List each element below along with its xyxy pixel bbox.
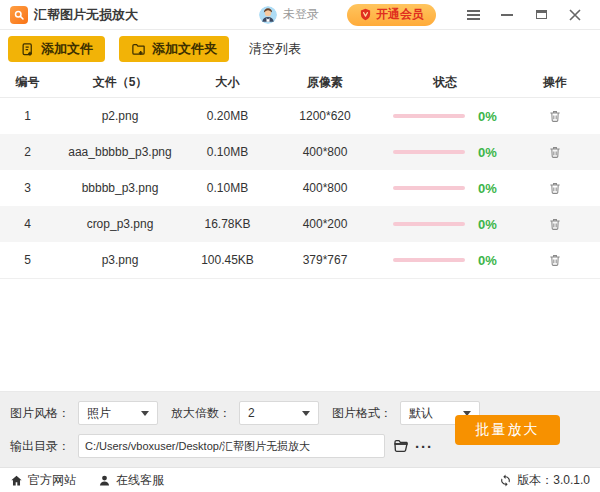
open-folder-icon[interactable] <box>393 438 409 454</box>
login-status[interactable]: 未登录 <box>259 6 319 24</box>
table-row: 2 aaa_bbbbb_p3.png 0.10MB 400*800 0% <box>0 134 600 170</box>
table-header-row: 编号 文件（5） 大小 原像素 状态 操作 <box>0 68 600 98</box>
delete-row-button[interactable] <box>546 107 564 125</box>
progress-bar <box>393 150 465 154</box>
toolbar: 添加文件 添加文件夹 清空列表 <box>0 30 600 68</box>
row-filename: p3.png <box>55 253 185 267</box>
scale-value: 2 <box>248 406 255 420</box>
row-status: 0% <box>380 217 510 232</box>
person-icon <box>98 474 111 487</box>
row-number: 1 <box>0 109 55 123</box>
empty-area <box>0 279 600 391</box>
statusbar: 官方网站 在线客服 版本：3.0.1.0 <box>0 467 600 492</box>
row-filename: crop_p3.png <box>55 217 185 231</box>
row-filename: bbbbb_p3.png <box>55 181 185 195</box>
format-value: 默认 <box>409 405 433 422</box>
close-icon[interactable] <box>558 2 592 28</box>
online-support-label: 在线客服 <box>116 472 164 489</box>
user-avatar-icon <box>259 6 277 24</box>
delete-row-button[interactable] <box>546 215 564 233</box>
version-area: 版本：3.0.1.0 <box>499 472 590 489</box>
row-number: 4 <box>0 217 55 231</box>
vip-badge-icon <box>359 8 372 21</box>
format-label: 图片格式： <box>332 405 392 422</box>
header-status: 状态 <box>380 74 510 91</box>
row-size: 0.10MB <box>185 145 270 159</box>
progress-bar <box>393 258 465 262</box>
row-filename: p2.png <box>55 109 185 123</box>
progress-percent: 0% <box>478 145 497 160</box>
row-number: 2 <box>0 145 55 159</box>
row-size: 16.78KB <box>185 217 270 231</box>
add-folder-button[interactable]: 添加文件夹 <box>119 36 229 62</box>
row-status: 0% <box>380 181 510 196</box>
clear-list-button[interactable]: 清空列表 <box>243 40 307 58</box>
maximize-icon[interactable] <box>524 2 558 28</box>
chevron-down-icon <box>141 411 149 416</box>
file-table: 编号 文件（5） 大小 原像素 状态 操作 1 p2.png 0.20MB 12… <box>0 68 600 279</box>
style-label: 图片风格： <box>10 405 70 422</box>
header-pixels: 原像素 <box>270 74 380 91</box>
row-operation <box>510 215 600 234</box>
online-support-link[interactable]: 在线客服 <box>98 472 164 489</box>
table-row: 5 p3.png 100.45KB 379*767 0% <box>0 242 600 278</box>
app-identity: 汇帮图片无损放大 <box>10 6 138 24</box>
row-pixels: 400*200 <box>270 217 380 231</box>
header-operation: 操作 <box>510 74 600 91</box>
add-folder-label: 添加文件夹 <box>152 40 217 58</box>
progress-percent: 0% <box>478 253 497 268</box>
vip-button-label: 开通会员 <box>376 6 424 23</box>
table-row: 3 bbbbb_p3.png 0.10MB 400*800 0% <box>0 170 600 206</box>
style-dropdown[interactable]: 照片 <box>78 401 158 425</box>
row-pixels: 400*800 <box>270 181 380 195</box>
table-row: 4 crop_p3.png 16.78KB 400*200 0% <box>0 206 600 242</box>
scale-label: 放大倍数： <box>171 405 231 422</box>
row-status: 0% <box>380 109 510 124</box>
header-size: 大小 <box>185 74 270 91</box>
home-icon <box>10 474 23 487</box>
official-website-link[interactable]: 官方网站 <box>10 472 76 489</box>
add-file-label: 添加文件 <box>41 40 93 58</box>
output-label: 输出目录： <box>10 438 70 455</box>
delete-row-button[interactable] <box>546 143 564 161</box>
refresh-icon[interactable] <box>499 474 512 487</box>
batch-enlarge-button[interactable]: 批量放大 <box>455 415 560 445</box>
row-pixels: 1200*620 <box>270 109 380 123</box>
progress-percent: 0% <box>478 217 497 232</box>
row-number: 5 <box>0 253 55 267</box>
app-window: 汇帮图片无损放大 未登录 开通会员 添加文件 <box>0 0 600 492</box>
row-size: 100.45KB <box>185 253 270 267</box>
row-pixels: 400*800 <box>270 145 380 159</box>
browse-more-button[interactable]: ··· <box>415 438 433 455</box>
progress-percent: 0% <box>478 181 497 196</box>
output-directory-input[interactable] <box>78 434 385 458</box>
add-file-button[interactable]: 添加文件 <box>8 36 105 62</box>
table-row: 1 p2.png 0.20MB 1200*620 0% <box>0 98 600 134</box>
settings-panel: 图片风格： 照片 放大倍数： 2 图片格式： 默认 输出目录： ··· <box>0 391 600 467</box>
version-label: 版本：3.0.1.0 <box>517 472 590 489</box>
header-number: 编号 <box>0 74 55 91</box>
row-operation <box>510 179 600 198</box>
row-pixels: 379*767 <box>270 253 380 267</box>
progress-bar <box>393 114 465 118</box>
row-filename: aaa_bbbbb_p3.png <box>55 145 185 159</box>
chevron-down-icon <box>302 411 310 416</box>
style-value: 照片 <box>87 405 111 422</box>
add-folder-icon <box>131 42 146 57</box>
minimize-icon[interactable] <box>490 2 524 28</box>
row-operation <box>510 251 600 270</box>
vip-button[interactable]: 开通会员 <box>347 4 436 26</box>
row-size: 0.10MB <box>185 181 270 195</box>
progress-bar <box>393 186 465 190</box>
header-file: 文件（5） <box>55 74 185 91</box>
row-status: 0% <box>380 145 510 160</box>
row-number: 3 <box>0 181 55 195</box>
official-website-label: 官方网站 <box>28 472 76 489</box>
progress-bar <box>393 222 465 226</box>
delete-row-button[interactable] <box>546 179 564 197</box>
delete-row-button[interactable] <box>546 251 564 269</box>
scale-dropdown[interactable]: 2 <box>239 401 319 425</box>
titlebar: 汇帮图片无损放大 未登录 开通会员 <box>0 0 600 30</box>
login-status-label: 未登录 <box>283 6 319 23</box>
menu-icon[interactable] <box>456 2 490 28</box>
